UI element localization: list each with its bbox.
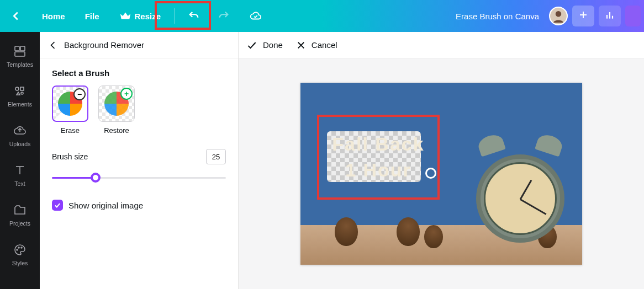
top-bar: Home File Resize (0, 0, 644, 32)
svg-point-16 (21, 247, 22, 248)
rail-elements[interactable]: Elements (0, 76, 40, 116)
rail-templates[interactable]: Templates (0, 36, 40, 76)
rail-projects-label: Projects (9, 220, 30, 227)
svg-rect-7 (15, 46, 19, 51)
brush-option-erase[interactable]: − Erase (52, 85, 88, 135)
rail-templates-label: Templates (7, 61, 33, 68)
design-text-line1: Fall Back (332, 133, 424, 155)
bar-chart-icon (604, 9, 615, 23)
action-bar: Done Cancel (239, 32, 644, 58)
cancel-label: Cancel (312, 40, 337, 50)
design-text: Fall Back 1 Hour (318, 116, 439, 199)
rail-projects[interactable]: Projects (0, 195, 40, 235)
left-rail: Templates Elements Uploads Text Projects… (0, 32, 40, 289)
cloud-status-button[interactable] (240, 0, 272, 32)
svg-point-10 (15, 87, 19, 90)
minute-hand (520, 199, 546, 215)
elements-icon (13, 84, 27, 98)
rail-text-label: Text (14, 180, 25, 187)
erase-thumbnail: − (52, 85, 88, 122)
slider-thumb[interactable] (91, 173, 101, 183)
erased-region: Fall Back 1 Hour (318, 116, 439, 199)
rail-uploads-label: Uploads (9, 141, 31, 147)
brush-options: − Erase + Restore (52, 85, 226, 135)
select-brush-heading: Select a Brush (52, 68, 226, 78)
clock-face (484, 162, 557, 235)
top-bar-left: Home File Resize (0, 0, 272, 32)
uploads-icon (13, 124, 27, 137)
svg-rect-8 (20, 46, 25, 51)
close-icon (296, 40, 306, 50)
brush-size-label: Brush size (52, 152, 88, 161)
back-arrow-button[interactable] (0, 0, 32, 32)
cloud-check-icon (250, 10, 262, 22)
hour-hand (520, 180, 532, 200)
design-text-line2: 1 Hour (345, 159, 411, 181)
slider-fill (52, 177, 96, 179)
undo-button[interactable] (179, 0, 209, 32)
plus-icon (578, 10, 588, 22)
undo-icon (188, 10, 200, 22)
text-icon (13, 164, 27, 177)
resize-label: Resize (135, 12, 161, 21)
redo-icon (218, 10, 230, 22)
templates-icon (13, 45, 27, 58)
brush-size-slider[interactable] (52, 171, 226, 184)
rail-elements-label: Elements (8, 101, 32, 108)
svg-rect-11 (20, 87, 24, 90)
rail-text[interactable]: Text (0, 156, 40, 195)
palette-icon (13, 243, 27, 256)
done-label: Done (263, 40, 283, 50)
restore-thumbnail: + (98, 85, 135, 122)
crown-icon (119, 10, 131, 22)
show-original-checkbox[interactable] (52, 200, 63, 211)
show-original-row: Show original image (52, 200, 226, 211)
brush-cursor-icon (425, 168, 436, 179)
resize-button[interactable]: Resize (109, 0, 171, 32)
svg-point-15 (18, 247, 19, 248)
rail-styles[interactable]: Styles (0, 235, 40, 275)
folder-icon (13, 204, 27, 217)
side-panel: Background Remover Select a Brush − Eras… (40, 32, 239, 289)
show-original-label: Show original image (68, 201, 143, 210)
analytics-button[interactable] (599, 6, 621, 26)
chevron-left-icon (10, 10, 22, 22)
top-bar-right: Erase Brush on Canva (456, 0, 644, 32)
rail-uploads[interactable]: Uploads (0, 116, 40, 156)
redo-button[interactable] (209, 0, 239, 32)
erase-caption: Erase (61, 126, 80, 135)
home-button[interactable]: Home (32, 0, 75, 32)
clock-bell (476, 132, 506, 157)
divider (174, 8, 175, 24)
check-icon (246, 40, 257, 51)
document-title[interactable]: Erase Brush on Canva (456, 12, 539, 21)
publish-button[interactable] (625, 6, 641, 26)
alarm-clock (471, 132, 570, 248)
canvas-area[interactable]: Fall Back 1 Hour (239, 58, 644, 289)
file-menu[interactable]: File (75, 0, 109, 32)
restore-caption: Restore (104, 126, 129, 135)
svg-rect-9 (15, 52, 25, 56)
panel-header: Background Remover (40, 32, 238, 58)
pinecone-decor (397, 217, 420, 246)
svg-point-1 (556, 11, 562, 17)
clock-bell (535, 132, 564, 157)
done-button[interactable]: Done (246, 40, 283, 51)
minus-icon: − (73, 88, 86, 100)
brush-size-row: Brush size (52, 149, 226, 164)
brush-option-restore[interactable]: + Restore (98, 85, 135, 135)
cancel-button[interactable]: Cancel (296, 40, 337, 50)
panel-title: Background Remover (64, 40, 144, 50)
avatar[interactable] (549, 7, 568, 25)
design-canvas[interactable]: Fall Back 1 Hour (300, 83, 582, 265)
svg-point-14 (17, 249, 18, 250)
pinecone-decor (424, 225, 443, 248)
brush-size-input[interactable] (206, 149, 226, 164)
rail-styles-label: Styles (12, 260, 28, 266)
add-member-button[interactable] (572, 6, 594, 26)
chevron-left-icon (47, 40, 59, 51)
undo-redo-group (178, 0, 240, 32)
panel-back-button[interactable] (46, 39, 60, 52)
plus-icon: + (120, 88, 133, 100)
check-icon (54, 201, 61, 209)
